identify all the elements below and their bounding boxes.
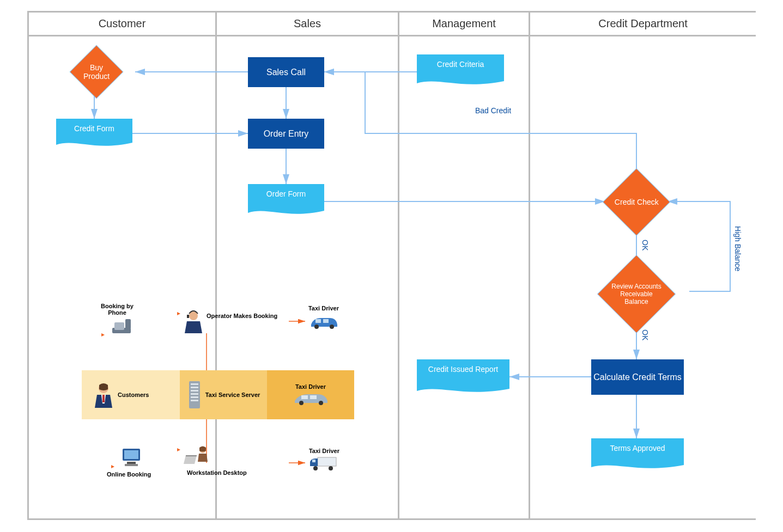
label-order-entry: Order Entry <box>264 129 309 139</box>
doc-credit-criteria: Credit Criteria <box>417 54 504 87</box>
phone-icon <box>110 318 133 337</box>
label-credit-check: Credit Check <box>615 198 659 206</box>
lane-header-customer: Customer <box>29 13 215 36</box>
edge-label-bad-credit: Bad Credit <box>474 106 512 115</box>
svg-rect-28 <box>191 383 198 385</box>
lane-header-sales: Sales <box>217 13 398 36</box>
label-credit-issued-report: Credit Issued Report <box>428 365 498 374</box>
svg-rect-37 <box>310 395 317 399</box>
svg-rect-40 <box>127 462 136 464</box>
label-order-form: Order Form <box>266 189 306 198</box>
edge-label-ok1: OK <box>641 240 650 250</box>
svg-rect-15 <box>125 319 131 329</box>
svg-rect-17 <box>187 315 189 318</box>
svg-rect-31 <box>191 393 198 395</box>
process-order-entry: Order Entry <box>248 119 324 149</box>
truck-icon <box>308 455 341 473</box>
label-operator-makes-booking: Operator Makes Booking <box>207 313 277 319</box>
label-credit-form: Credit Form <box>74 124 114 133</box>
svg-rect-41 <box>125 464 138 466</box>
workstation-icon <box>184 445 211 467</box>
server-icon <box>187 380 202 409</box>
svg-rect-22 <box>323 319 329 323</box>
svg-marker-43 <box>198 454 208 462</box>
svg-rect-36 <box>301 395 308 399</box>
lane-header-management: Management <box>399 13 529 36</box>
doc-order-form: Order Form <box>248 184 324 217</box>
svg-point-35 <box>319 401 323 405</box>
svg-rect-29 <box>191 387 198 388</box>
bullet-icon: ▸ <box>111 462 114 470</box>
svg-rect-21 <box>315 319 321 323</box>
label-calculate-terms: Calculate Credit Terms <box>593 372 682 382</box>
svg-rect-32 <box>191 396 198 398</box>
lane-header-credit: Credit Department <box>530 13 756 36</box>
edge-label-ok2: OK <box>641 329 650 340</box>
svg-marker-45 <box>186 455 197 456</box>
svg-marker-18 <box>185 321 202 333</box>
svg-rect-14 <box>114 322 124 330</box>
label-taxi-driver-1: Taxi Driver <box>308 305 339 311</box>
label-online-booking: Online Booking <box>107 471 151 478</box>
svg-point-19 <box>314 325 319 329</box>
person-icon <box>93 382 114 408</box>
label-customers: Customers <box>118 392 149 398</box>
swimlane-diagram: Customer Sales Management Credit Departm… <box>27 11 756 523</box>
svg-rect-26 <box>102 395 105 402</box>
svg-rect-47 <box>312 460 315 462</box>
label-booking-by-phone: Booking by Phone <box>93 303 142 316</box>
svg-marker-44 <box>184 455 197 464</box>
svg-rect-39 <box>124 450 138 459</box>
process-sales-call: Sales Call <box>248 57 324 87</box>
sedan-icon <box>292 391 330 406</box>
process-calculate-terms: Calculate Credit Terms <box>591 359 684 395</box>
label-review-ar: Review Accounts Receivable Balance <box>609 283 664 305</box>
doc-credit-issued-report: Credit Issued Report <box>417 359 509 395</box>
monitor-icon <box>119 447 143 468</box>
bullet-icon: ▸ <box>177 309 180 317</box>
taxi-mid-lane: Customers Taxi Service Server Taxi Drive… <box>82 370 354 419</box>
svg-rect-46 <box>318 457 336 466</box>
edge-label-high-balance: High Balance <box>733 226 742 271</box>
doc-terms-approved: Terms Approved <box>591 438 684 471</box>
operator-icon <box>184 309 203 333</box>
label-sales-call: Sales Call <box>266 68 306 77</box>
car-icon <box>308 314 339 330</box>
taxi-service-subdiagram: Booking by Phone ▸ ▸ Operator Makes Book… <box>60 299 365 506</box>
bullet-icon: ▸ <box>101 331 105 338</box>
svg-point-48 <box>313 466 318 470</box>
svg-rect-30 <box>191 390 198 392</box>
label-taxi-driver-2: Taxi Driver <box>295 383 326 390</box>
label-taxi-driver-3: Taxi Driver <box>308 448 341 454</box>
label-terms-approved: Terms Approved <box>610 444 665 452</box>
label-buy-product: Buy Product <box>78 63 115 81</box>
svg-point-20 <box>330 325 334 329</box>
svg-rect-33 <box>191 400 198 401</box>
svg-point-49 <box>329 466 333 470</box>
label-taxi-service-server: Taxi Service Server <box>205 392 260 398</box>
doc-credit-form: Credit Form <box>56 119 132 149</box>
label-workstation-desktop: Workstation Desktop <box>187 469 247 476</box>
bullet-icon: ▸ <box>177 445 180 453</box>
svg-point-34 <box>299 401 304 405</box>
label-credit-criteria: Credit Criteria <box>437 60 484 69</box>
